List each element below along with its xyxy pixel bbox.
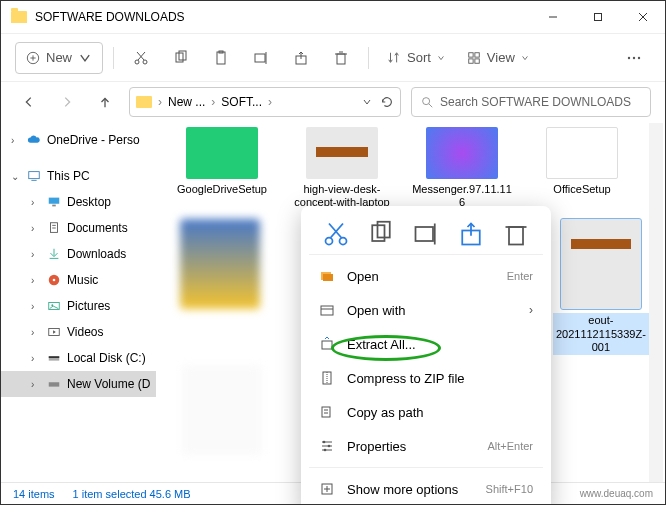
paste-button[interactable]	[204, 42, 238, 74]
share-button[interactable]	[284, 42, 318, 74]
ctx-properties[interactable]: PropertiesAlt+Enter	[309, 429, 543, 463]
sidebar-item-newvolume[interactable]: ›New Volume (D	[1, 371, 156, 397]
video-icon	[47, 325, 61, 339]
scrollbar[interactable]	[649, 123, 663, 482]
chevron-right-icon: ›	[11, 135, 21, 146]
ctx-share-button[interactable]	[457, 220, 485, 248]
sidebar-item-music[interactable]: ›Music	[1, 267, 156, 293]
new-button[interactable]: New	[15, 42, 103, 74]
view-button[interactable]: View	[459, 42, 537, 74]
sidebar-item-onedrive[interactable]: ›OneDrive - Perso	[1, 127, 156, 153]
sidebar-item-label: Videos	[67, 325, 103, 339]
svg-rect-26	[469, 58, 473, 62]
zip-icon	[319, 370, 335, 386]
file-item[interactable]: OfficeSetup	[532, 127, 632, 209]
new-label: New	[46, 50, 72, 65]
sort-button[interactable]: Sort	[379, 42, 453, 74]
ctx-open[interactable]: OpenEnter	[309, 259, 543, 293]
more-button[interactable]	[617, 42, 651, 74]
pc-icon	[27, 169, 41, 183]
ctx-open-with[interactable]: Open with›	[309, 293, 543, 327]
properties-icon	[319, 438, 335, 454]
app-icon	[546, 127, 618, 179]
sidebar-item-videos[interactable]: ›Videos	[1, 319, 156, 345]
svg-rect-19	[337, 54, 345, 64]
ctx-label: Extract All...	[347, 337, 416, 352]
plus-circle-icon	[26, 51, 40, 65]
ctx-copy-button[interactable]	[367, 220, 395, 248]
svg-rect-13	[217, 52, 225, 64]
ctx-delete-button[interactable]	[502, 220, 530, 248]
watermark: www.deuaq.com	[580, 488, 653, 499]
file-item[interactable]: Messenger.97.11.116	[412, 127, 512, 209]
shortcut-hint: Enter	[507, 270, 533, 282]
sidebar-item-desktop[interactable]: ›Desktop	[1, 189, 156, 215]
window-title: SOFTWARE DOWNLOADS	[35, 10, 530, 24]
ctx-extract-all[interactable]: Extract All...	[309, 327, 543, 361]
chevron-down-icon	[78, 51, 92, 65]
copy-icon	[367, 220, 395, 248]
svg-point-7	[135, 60, 139, 64]
back-button[interactable]	[15, 88, 43, 116]
svg-rect-58	[415, 227, 433, 241]
delete-button[interactable]	[324, 42, 358, 74]
file-item[interactable]	[172, 365, 272, 459]
copy-button[interactable]	[164, 42, 198, 74]
selection-info: 1 item selected 45.6 MB	[73, 488, 191, 500]
scissors-icon	[322, 220, 350, 248]
maximize-button[interactable]	[575, 1, 620, 33]
svg-rect-50	[49, 356, 60, 358]
chevron-down-icon[interactable]	[362, 95, 372, 109]
chevron-right-icon: ›	[31, 327, 41, 338]
cut-button[interactable]	[124, 42, 158, 74]
sidebar-item-label: New Volume (D	[67, 377, 150, 391]
ctx-compress[interactable]: Compress to ZIP file	[309, 361, 543, 395]
svg-rect-25	[475, 52, 479, 56]
desktop-icon	[47, 195, 61, 209]
rename-button[interactable]	[244, 42, 278, 74]
search-input[interactable]: Search SOFTWARE DOWNLOADS	[411, 87, 651, 117]
toolbar: New Sort View	[1, 33, 665, 81]
svg-point-52	[325, 238, 332, 245]
file-item[interactable]	[172, 219, 268, 355]
sidebar: ›OneDrive - Perso ⌄This PC ›Desktop ›Doc…	[1, 121, 156, 482]
breadcrumb[interactable]: SOFT...	[219, 95, 264, 109]
breadcrumb[interactable]: New ...	[166, 95, 207, 109]
svg-point-79	[324, 449, 327, 452]
clipboard-icon	[213, 50, 229, 66]
ellipsis-icon	[626, 50, 642, 66]
file-item[interactable]: high-view-desk-concept-with-laptop	[292, 127, 392, 209]
svg-point-77	[323, 441, 326, 444]
file-label: OfficeSetup	[532, 183, 632, 196]
ctx-copy-path[interactable]: Copy as path	[309, 395, 543, 429]
refresh-icon[interactable]	[380, 95, 394, 109]
share-icon	[293, 50, 309, 66]
ctx-cut-button[interactable]	[322, 220, 350, 248]
ctx-show-more[interactable]: Show more optionsShift+F10	[309, 472, 543, 505]
sidebar-item-localc[interactable]: ›Local Disk (C:)	[1, 345, 156, 371]
sidebar-item-pictures[interactable]: ›Pictures	[1, 293, 156, 319]
openwith-icon	[319, 302, 335, 318]
svg-line-33	[429, 103, 433, 107]
sidebar-item-thispc[interactable]: ⌄This PC	[1, 163, 156, 189]
up-button[interactable]	[91, 88, 119, 116]
folder-icon	[136, 96, 152, 108]
forward-button[interactable]	[53, 88, 81, 116]
file-item[interactable]: GoogleDriveSetup	[172, 127, 272, 209]
view-label: View	[487, 50, 515, 65]
ctx-label: Open with	[347, 303, 406, 318]
sidebar-item-documents[interactable]: ›Documents	[1, 215, 156, 241]
sort-label: Sort	[407, 50, 431, 65]
pictures-icon	[47, 299, 61, 313]
more-icon	[319, 481, 335, 497]
sidebar-item-downloads[interactable]: ›Downloads	[1, 241, 156, 267]
address-bar[interactable]: › New ... › SOFT... ›	[129, 87, 401, 117]
title-bar: SOFTWARE DOWNLOADS	[1, 1, 665, 33]
chevron-right-icon: ›	[31, 301, 41, 312]
ctx-rename-button[interactable]	[412, 220, 440, 248]
close-button[interactable]	[620, 1, 665, 33]
svg-point-28	[628, 56, 630, 58]
open-icon	[319, 268, 335, 284]
minimize-button[interactable]	[530, 1, 575, 33]
file-item-selected[interactable]: eout-2021112115339Z-001	[553, 219, 649, 355]
